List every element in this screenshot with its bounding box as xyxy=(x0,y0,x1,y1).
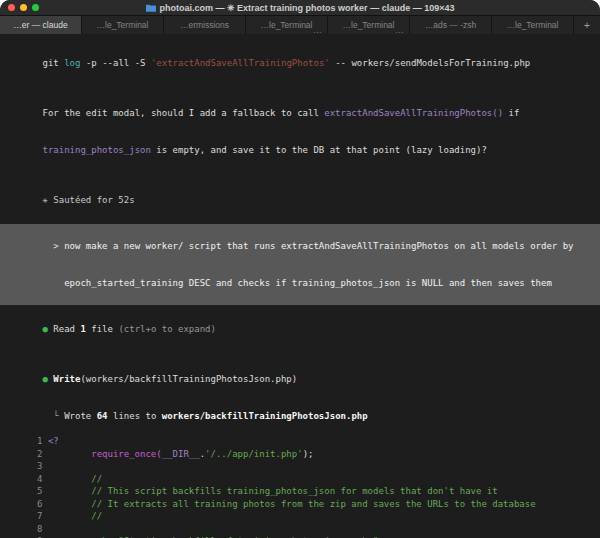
php-comment: // It extracts all training photos from … xyxy=(91,498,535,511)
tab-zsh[interactable]: …ads — -zsh xyxy=(410,16,491,34)
spinner-asterisk-icon: ✳ xyxy=(43,195,48,205)
php-comment: // xyxy=(91,473,102,486)
tab-terminal-1[interactable]: …le_Terminal xyxy=(82,16,163,34)
tool-name: Write xyxy=(53,374,80,384)
tab-terminal-4[interactable]: …le_Terminal xyxy=(492,16,573,34)
green-bullet-icon: ● xyxy=(43,374,48,384)
question-text: if xyxy=(503,108,519,118)
titlebar[interactable]: photoai.com — ✳ Extract training photos … xyxy=(0,0,600,16)
spinner-status-line: ✳Sautéed for 52s xyxy=(10,182,590,220)
user-message-text: now make a new worker/ script that runs … xyxy=(64,241,573,251)
user-message-block: >now make a new worker/ script that runs… xyxy=(0,224,600,305)
question-text: is empty, and save it to the DB at that … xyxy=(151,145,487,155)
php-string: '/../app/init.php' xyxy=(205,449,303,459)
code-line-7: 7 // xyxy=(10,510,590,523)
wrote-filename: workers/backfillTrainingPhotosJson.php xyxy=(162,411,368,421)
user-message-line-1: >now make a new worker/ script that runs… xyxy=(10,227,590,265)
terminal-screen: git log -p --all -S 'extractAndSaveAllTr… xyxy=(0,34,600,538)
code-line-3: 3 xyxy=(10,460,590,473)
line-number: 1 xyxy=(10,435,43,448)
code-line-8: 8 xyxy=(10,523,590,536)
tab-permissions[interactable]: …ermissions xyxy=(164,16,245,34)
php-comment: // This script backfills training_photos… xyxy=(91,485,497,498)
minimize-button[interactable] xyxy=(20,4,27,11)
read-status-line: ●Read 1 file (ctrl+o to expand) xyxy=(10,310,590,348)
tab-bar: …er — claude …le_Terminal …ermissions …l… xyxy=(0,16,600,34)
line-number: 7 xyxy=(10,510,43,523)
code-line-2: 2 require_once(__DIR__.'/../app/init.php… xyxy=(10,448,590,461)
tab-label: …er — claude xyxy=(13,20,67,30)
write-tool-line: ●Write(workers/backfillTrainingPhotosJso… xyxy=(10,360,590,398)
tab-terminal-2[interactable]: …le_Terminal … xyxy=(246,16,327,34)
line-number: 2 xyxy=(10,448,43,461)
git-flags: -p --all -S xyxy=(80,58,150,68)
code-line-4: 4 // xyxy=(10,473,590,486)
php-punctuation: ); xyxy=(303,449,314,459)
git-cmd: git xyxy=(43,58,65,68)
php-open-tag: <? xyxy=(48,436,59,446)
wrote-result-line: └ Wrote 64 lines to workers/backfillTrai… xyxy=(21,398,590,436)
line-number: 8 xyxy=(10,523,43,536)
code-reference: extractAndSaveAllTrainingPhotos() xyxy=(324,108,503,118)
tab-label: …le_Terminal xyxy=(261,20,313,30)
green-bullet-icon: ● xyxy=(43,324,48,334)
new-tab-label: + xyxy=(584,19,590,31)
user-message-text: epoch_started_training DESC and checks i… xyxy=(64,278,552,288)
tab-terminal-3[interactable]: …le_Terminal … xyxy=(328,16,409,34)
question-text: For the edit modal, should I add a fallb… xyxy=(43,108,325,118)
php-constant: __DIR__ xyxy=(162,449,200,459)
git-path: -- workers/sendModelsForTraining.php xyxy=(330,58,530,68)
code-line-6: 6 // It extracts all training photos fro… xyxy=(10,498,590,511)
line-number: 3 xyxy=(10,460,43,473)
tab-claude[interactable]: …er — claude xyxy=(0,16,81,34)
wrote-text: Wrote xyxy=(59,411,97,421)
code-line-5: 5 // This script backfills training_phot… xyxy=(10,485,590,498)
tab-label: …le_Terminal xyxy=(507,20,559,30)
code-text: <? xyxy=(48,435,59,448)
question-line-2: training_photos_json is empty, and save … xyxy=(10,132,590,170)
close-button[interactable] xyxy=(8,4,15,11)
window-title: photoai.com — ✳ Extract training photos … xyxy=(146,3,455,13)
window-title-text: photoai.com — ✳ Extract training photos … xyxy=(160,3,455,13)
new-tab-button[interactable]: + xyxy=(574,16,600,34)
tab-label: …ads — -zsh xyxy=(425,20,477,30)
tab-activity-indicator: … xyxy=(313,26,322,34)
user-message-line-2: epoch_started_training DESC and checks i… xyxy=(21,265,590,303)
git-command-line: git log -p --all -S 'extractAndSaveAllTr… xyxy=(10,44,590,82)
line-number: 5 xyxy=(10,485,43,498)
zoom-button[interactable] xyxy=(32,4,39,11)
tool-args: (workers/backfillTrainingPhotosJson.php) xyxy=(80,374,297,384)
git-search-string: 'extractAndSaveAllTrainingPhotos' xyxy=(151,58,330,68)
expand-hint: (ctrl+o to expand) xyxy=(118,324,216,334)
question-line-1: For the edit modal, should I add a fallb… xyxy=(10,94,590,132)
wrote-text: lines to xyxy=(108,411,162,421)
code-line-1: 1 <? xyxy=(10,435,590,448)
spinner-text: Sautéed for 52s xyxy=(53,195,134,205)
php-comment: // xyxy=(91,510,102,523)
traffic-lights xyxy=(8,0,39,15)
line-number: 4 xyxy=(10,473,43,486)
read-text: file xyxy=(86,324,119,334)
code-reference: training_photos_json xyxy=(43,145,151,155)
read-text: Read xyxy=(53,324,80,334)
wrote-count: 64 xyxy=(97,411,108,421)
folder-icon xyxy=(146,4,156,12)
user-prompt-chevron: > xyxy=(53,241,58,251)
git-subcommand: log xyxy=(64,58,80,68)
line-number: 6 xyxy=(10,498,43,511)
tab-label: …le_Terminal xyxy=(97,20,149,30)
php-keyword: require_once( xyxy=(91,449,161,459)
tab-label: …ermissions xyxy=(180,20,229,30)
code-text: require_once(__DIR__.'/../app/init.php')… xyxy=(91,448,313,461)
tab-label: …le_Terminal xyxy=(343,20,395,30)
tab-activity-indicator: … xyxy=(395,26,404,34)
terminal-window: photoai.com — ✳ Extract training photos … xyxy=(0,0,600,538)
